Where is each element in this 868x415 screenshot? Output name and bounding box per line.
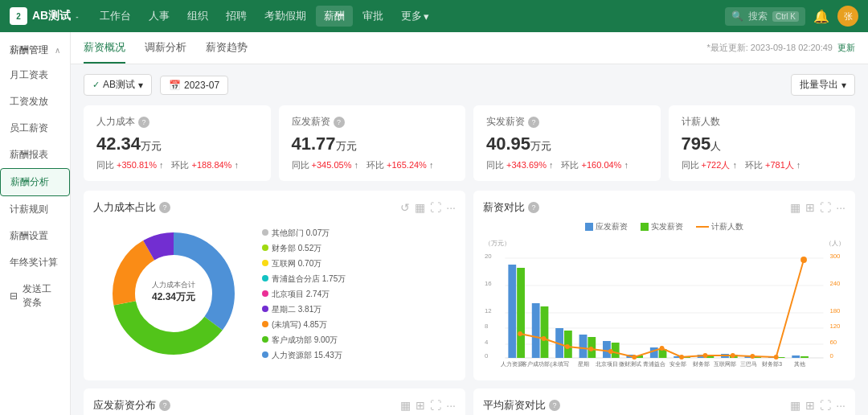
bar-chart-icon[interactable]: ▦ [790,201,800,214]
svg-text:人力资源: 人力资源 [501,361,523,368]
svg-point-66 [731,353,735,358]
more-icon[interactable]: ··· [446,399,456,412]
card-labor-cost: 人力成本 ? 42.34万元 同比 +350.81% ↑ 环比 +188.84%… [84,105,271,181]
more-icon[interactable]: ··· [836,399,845,412]
more-icon[interactable]: ··· [446,201,456,214]
bar-chart-icon[interactable]: ▦ [415,201,425,214]
svg-text:三巴马: 三巴马 [740,361,757,367]
avatar[interactable]: 张 [837,6,858,27]
info-icon-bottom-right[interactable]: ? [549,400,560,411]
svg-text:20: 20 [485,253,492,260]
legend-item: 星期二 3.81万 [262,302,346,317]
nav-org[interactable]: 组织 [179,6,216,27]
bar-chart-icon[interactable]: ▦ [400,399,411,412]
nav-attendance[interactable]: 考勤假期 [256,6,314,27]
svg-rect-37 [579,335,588,358]
sidebar-item-salary-analysis[interactable]: 薪酬分析 [0,168,70,196]
info-icon-bottom-left[interactable]: ? [159,400,170,411]
bottom-card-header-right: 平均薪资对比 ? ▦ ⊞ ⛶ ··· [483,398,845,413]
chart-actions-left: ↺ ▦ ⛶ ··· [400,201,456,214]
app-name: AB测试 [32,9,71,23]
sidebar-item-monthly[interactable]: 月工资表 [0,62,70,88]
bell-icon[interactable]: 🔔 [813,9,829,24]
table-icon[interactable]: ⊞ [805,201,815,214]
search-icon: 🔍 [731,10,743,22]
bottom-charts-row: 应发薪资分布 ? ▦ ⊞ ⛶ ··· 平均薪资对 [84,388,855,415]
chart-title-bottom-left: 应发薪资分布 ? [93,398,170,413]
svg-text:北京项目: 北京项目 [596,361,618,367]
bottom-card-header-left: 应发薪资分布 ? ▦ ⊞ ⛶ ··· [93,398,456,413]
nav-recruit[interactable]: 招聘 [218,6,255,27]
company-filter[interactable]: ✓ AB测试 ▾ [84,74,152,96]
sidebar-item-bonus-calc[interactable]: 年终奖计算 [0,249,70,276]
bar-chart-legend: 应发薪资 实发薪资 计薪人数 [483,221,845,232]
tab-salary-overview[interactable]: 薪资概况 [84,32,125,64]
chart-actions-right: ▦ ⊞ ⛶ ··· [790,201,845,214]
legend-item: 人力资源部 15.43万 [262,347,346,363]
card-compare-headcount: 同比 +722人 ↑ 环比 +781人 ↑ [682,159,843,171]
card-title-labor: 人力成本 ? [96,115,258,129]
svg-text:180: 180 [829,307,841,314]
nav-payroll[interactable]: 薪酬 [316,6,353,27]
chart-labor-cost-ratio: 人力成本占比 ? ↺ ▦ ⛶ ··· [84,191,465,380]
update-info: *最近更新: 2023-09-18 02:20:49 更新 [706,42,855,54]
search-box[interactable]: 🔍 搜索 Ctrl K [725,7,805,26]
date-filter[interactable]: 📅 2023-07 [160,76,228,95]
nav-more[interactable]: 更多 ▾ [393,6,437,27]
svg-text:青浦益合: 青浦益合 [643,361,665,367]
check-icon: ✓ [92,80,100,90]
info-icon-chart-right[interactable]: ? [528,202,539,213]
info-icon[interactable]: ? [138,117,149,128]
more-icon[interactable]: ··· [836,201,845,214]
svg-text:240: 240 [829,280,841,287]
svg-rect-31 [508,265,516,358]
svg-rect-33 [532,303,540,358]
sidebar-item-salary-release[interactable]: 工资发放 [0,88,70,115]
fullscreen-icon[interactable]: ⛶ [430,201,441,214]
top-navigation: 2 AB测试 - 工作台 人事 组织 招聘 考勤假期 薪酬 审批 更多 ▾ 🔍 … [0,0,868,32]
card-value-labor: 42.34万元 [96,134,258,154]
card-value-headcount: 795人 [682,134,843,154]
svg-rect-34 [541,306,549,358]
update-link[interactable]: 更新 [837,42,855,54]
svg-point-68 [774,355,779,360]
tab-salary-adjust[interactable]: 调薪分析 [145,32,186,64]
card-gross-salary: 应发薪资 ? 41.77万元 同比 +345.05% ↑ 环比 +165.24%… [279,105,466,181]
fullscreen-icon[interactable]: ⛶ [820,399,831,412]
legend-item: 北京项目 2.74万 [262,286,346,302]
sidebar-item-salary-settings[interactable]: 薪酬设置 [0,223,70,249]
donut-legend: 其他部门 0.07万 财务部 0.52万 互联网 0.70万 青浦益合分店 1.… [262,225,346,363]
refresh-icon[interactable]: ↺ [400,201,410,214]
nav-workbench[interactable]: 工作台 [92,6,139,27]
fullscreen-icon[interactable]: ⛶ [820,201,831,214]
svg-text:（万元）: （万元） [485,240,510,247]
bar-chart-icon[interactable]: ▦ [790,399,800,412]
svg-rect-43 [650,347,658,358]
table-icon[interactable]: ⊞ [416,399,425,412]
sidebar-item-employee-salary[interactable]: 员工薪资 [0,115,70,142]
chart-gross-distribution: 应发薪资分布 ? ▦ ⊞ ⛶ ··· [84,388,465,415]
chart-header-left: 人力成本占比 ? ↺ ▦ ⛶ ··· [93,200,456,215]
svg-point-67 [750,354,755,359]
logo-icon: 2 [10,7,27,25]
nav-approval[interactable]: 审批 [354,6,391,27]
tab-salary-trend[interactable]: 薪资趋势 [206,32,248,64]
content-area: ✓ AB测试 ▾ 📅 2023-07 批量导出 ▾ 人力成本 [71,64,868,415]
batch-export-button[interactable]: 批量导出 ▾ [791,74,855,96]
sidebar-item-salary-report[interactable]: 薪酬报表 [0,142,70,168]
svg-text:互联网部: 互联网部 [714,361,736,367]
table-icon[interactable]: ⊞ [805,399,815,412]
chart-avg-salary-compare: 平均薪资对比 ? ▦ ⊞ ⛶ ··· [473,388,855,415]
sidebar-item-payslip[interactable]: ⊟ 发送工资条 [0,276,70,316]
info-icon-chart-left[interactable]: ? [159,202,170,213]
fullscreen-icon[interactable]: ⛶ [430,399,441,412]
nav-hr[interactable]: 人事 [141,6,178,27]
sidebar-item-calc-rules[interactable]: 计薪规则 [0,196,70,223]
info-icon-gross[interactable]: ? [334,117,345,128]
info-icon-net[interactable]: ? [528,117,539,128]
chart-title-right: 薪资对比 ? [483,200,539,215]
chevron-down-icon: ▾ [138,80,143,91]
nav-items: 工作台 人事 组织 招聘 考勤假期 薪酬 审批 更多 ▾ [92,6,725,27]
chart-actions-bottom-right: ▦ ⊞ ⛶ ··· [790,399,845,412]
app-logo[interactable]: 2 AB测试 - [10,7,79,25]
